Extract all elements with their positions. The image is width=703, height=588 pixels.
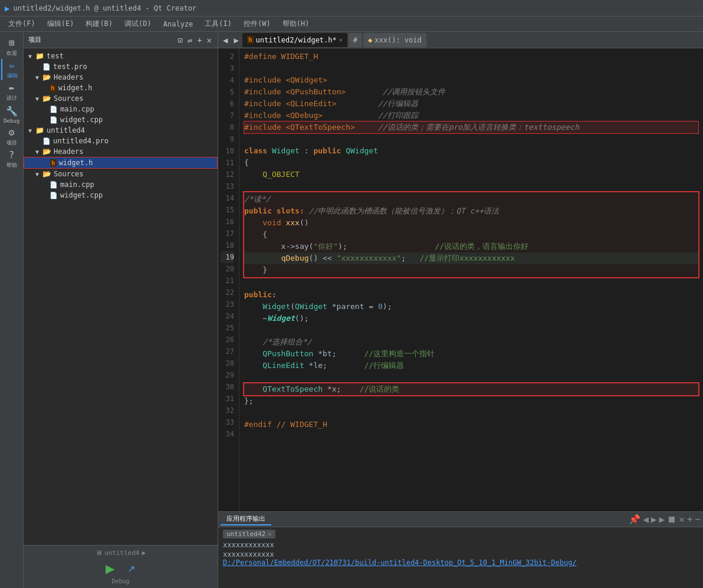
close-icon[interactable]: ✕	[206, 35, 213, 45]
output-tag[interactable]: untitled42 ✕	[223, 530, 275, 538]
menu-help[interactable]: 帮助(H)	[277, 18, 316, 30]
line-num: 8	[221, 121, 234, 133]
code-line-13	[244, 180, 698, 192]
line-num: 16	[221, 216, 234, 228]
tree-item-label: main.cpp	[60, 180, 94, 189]
output-path-link[interactable]: D:/Personal/Embedded/QT/210731/build-unt…	[223, 559, 577, 567]
cpp-file-icon: 📄	[50, 116, 58, 124]
tree-item-headers1[interactable]: ▼ 📂 Headers	[24, 72, 218, 83]
menu-tools[interactable]: 工具(I)	[199, 18, 238, 30]
edit-icon: ✏	[9, 60, 15, 71]
code-line-5: #include <QPushButton> //调用按钮头文件	[244, 86, 698, 98]
step-button[interactable]: ↗	[123, 560, 140, 577]
output-link[interactable]: D:/Personal/Embedded/QT/210731/build-unt…	[223, 559, 698, 567]
file-tree-panel: 项目 ⊡ ⇌ + ✕ ▼ 📁 test 📄 test.pro	[24, 32, 218, 588]
menu-edit[interactable]: 编辑(E)	[41, 18, 80, 30]
sidebar-item-design[interactable]: ✒ 设计	[1, 81, 22, 103]
h-file-icon-selected: h	[50, 159, 57, 167]
tab-close[interactable]: ✕	[339, 37, 343, 43]
line-num: 12	[221, 169, 234, 180]
tree-item-untitled4[interactable]: ▼ 📁 untitled4	[24, 125, 218, 136]
nav-forward[interactable]: ▶	[231, 34, 241, 46]
tree-item-test-pro[interactable]: 📄 test.pro	[24, 61, 218, 72]
tree-item-test[interactable]: ▼ 📁 test	[24, 51, 218, 61]
device-panel: 🖥 untitled4 ▶ ▶ ↗ Debug	[24, 545, 218, 588]
sidebar-icons: ⊞ 欢迎 ✏ 编辑 ✒ 设计 🔧 Debug ⚙ 项目 ? 帮助	[0, 32, 24, 588]
code-line-17: {	[244, 229, 698, 241]
line-num: 2	[221, 51, 234, 63]
sidebar-item-debug[interactable]: 🔧 Debug	[1, 104, 22, 125]
tree-item-untitled4-pro[interactable]: 📄 untitled4.pro	[24, 136, 218, 146]
menu-file[interactable]: 文件(F)	[2, 18, 41, 30]
code-line-30: QTextToSpeech *x; //说话的类	[244, 383, 698, 395]
menu-analyze[interactable]: Analyze	[157, 19, 199, 29]
prev-icon[interactable]: ◀	[643, 514, 649, 525]
code-content[interactable]: #define WIDGET_H #include <QWidget> #inc…	[239, 48, 703, 511]
code-line-3	[244, 63, 698, 74]
clear-icon[interactable]: ✕	[679, 514, 685, 525]
next-icon[interactable]: ▶	[651, 514, 657, 525]
nav-back[interactable]: ◀	[221, 34, 230, 46]
tree-item-main-cpp-1[interactable]: 📄 main.cpp	[24, 104, 218, 114]
tree-item-widget-h-1[interactable]: h widget.h	[24, 83, 218, 93]
line-num: 27	[221, 346, 234, 357]
tree-item-widget-cpp-1[interactable]: 📄 widget.cpp	[24, 114, 218, 125]
line-num: 21	[221, 275, 234, 287]
filter-icon[interactable]: ⊡	[176, 35, 183, 45]
menu-debug[interactable]: 调试(D)	[119, 18, 157, 30]
line-numbers: 2 3 4 5 6 7 8 9 10 11 12 13 14 15 16 17 …	[218, 48, 239, 511]
tree-item-label: untitled4.pro	[53, 137, 109, 145]
sidebar-item-welcome[interactable]: ⊞ 欢迎	[1, 37, 22, 58]
code-line-21	[244, 277, 698, 289]
tab-widget-h[interactable]: h untitled2/widget.h* ✕	[242, 33, 347, 47]
code-line-8: #include <QTextToSpeech> //说话的类；需要在pro加入…	[244, 121, 698, 133]
file-tree: ▼ 📁 test 📄 test.pro ▼ 📂 Headers h widget…	[24, 48, 218, 545]
add-icon[interactable]: +	[196, 35, 203, 45]
menu-build[interactable]: 构建(B)	[80, 18, 119, 30]
debug-icon: 🔧	[6, 106, 18, 117]
tree-item-widget-cpp-2[interactable]: 📄 widget.cpp	[24, 190, 218, 201]
code-line-18: x->say("你好"); //说话的类，语言输出你好	[244, 241, 698, 252]
tree-item-headers2[interactable]: ▼ 📂 Headers	[24, 146, 218, 157]
run-icon[interactable]: ▶	[659, 514, 665, 525]
bottom-tools: 📌 ◀ ▶ ▶ ⏹ ✕ + −	[629, 514, 701, 525]
tree-item-label: widget.cpp	[60, 191, 103, 199]
code-line-14: /*读*/	[244, 193, 698, 205]
tree-item-main-cpp-2[interactable]: 📄 main.cpp	[24, 179, 218, 190]
sidebar-item-project[interactable]: ⚙ 项目	[1, 126, 22, 147]
tab-bar: ◀ ▶ h untitled2/widget.h* ✕ # ◆ xxx(): v…	[218, 32, 703, 48]
menu-controls[interactable]: 控件(W)	[238, 18, 277, 30]
code-area[interactable]: 2 3 4 5 6 7 8 9 10 11 12 13 14 15 16 17 …	[218, 48, 703, 511]
folder-src-icon: 📂	[42, 94, 51, 103]
tab-hash[interactable]: #	[349, 33, 362, 47]
tree-item-sources2[interactable]: ▼ 📂 Sources	[24, 169, 218, 179]
run-button[interactable]: ▶	[102, 560, 119, 577]
link-icon[interactable]: ⇌	[186, 35, 193, 45]
tab-xxx[interactable]: ◆ xxx(): void	[363, 33, 426, 47]
tree-item-sources1[interactable]: ▼ 📂 Sources	[24, 93, 218, 104]
add-icon[interactable]: +	[687, 514, 693, 525]
sidebar-item-label: 欢迎	[6, 50, 17, 57]
sidebar-item-label: 设计	[6, 94, 17, 102]
menu-bar: 文件(F) 编辑(E) 构建(B) 调试(D) Analyze 工具(I) 控件…	[0, 17, 703, 32]
output-line-1: xxxxxxxxxxxx	[223, 541, 698, 549]
pin-icon[interactable]: 📌	[629, 514, 640, 525]
output-tag-close[interactable]: ✕	[268, 530, 272, 538]
cpp-file-icon: 📄	[50, 192, 58, 199]
line-num: 4	[221, 74, 234, 86]
tree-item-widget-h-2[interactable]: h widget.h	[24, 157, 218, 169]
code-line-28: QLineEdit *le; //行编辑器	[244, 360, 698, 372]
line-num: 13	[221, 180, 234, 192]
expand-arrow: ▼	[35, 149, 42, 155]
line-num: 31	[221, 393, 234, 405]
code-line-34	[244, 431, 698, 442]
sidebar-item-edit[interactable]: ✏ 编辑	[1, 59, 22, 80]
pro-file-icon: 📄	[42, 63, 51, 71]
stop-icon[interactable]: ⏹	[667, 514, 676, 525]
minus-icon[interactable]: −	[695, 514, 701, 525]
code-line-33: #endif // WIDGET_H	[244, 419, 698, 431]
tab-app-output[interactable]: 应用程序输出	[221, 513, 271, 525]
sidebar-item-help[interactable]: ? 帮助	[1, 149, 22, 170]
code-line-19: qDebug() << "xxxxxxxxxxxx"; //显示打印xxxxxx…	[244, 252, 698, 264]
line-num: 26	[221, 334, 234, 346]
